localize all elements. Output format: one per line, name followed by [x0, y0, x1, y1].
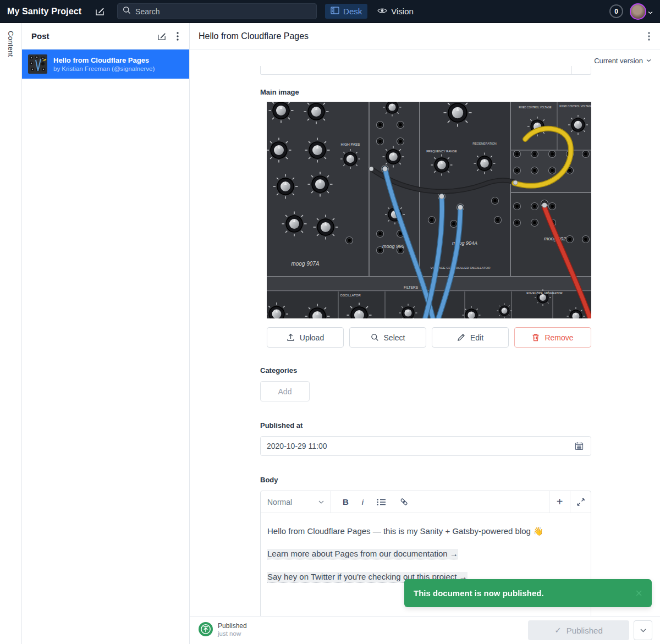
bold-icon[interactable]: B — [343, 497, 349, 507]
document-form: Current version Main image — [190, 49, 660, 616]
list-item-post[interactable]: Hello from Cloudflare Pages by Kristian … — [22, 49, 189, 79]
link-icon[interactable] — [399, 497, 409, 507]
svg-text:moog 995: moog 995 — [382, 244, 405, 249]
eye-icon — [377, 7, 387, 16]
toast-notification: This document is now published. × — [404, 579, 652, 607]
search-input[interactable] — [135, 7, 311, 16]
published-at-field — [260, 436, 591, 456]
field-label-categories: Categories — [260, 366, 591, 375]
main-area: Content Post — [0, 23, 660, 644]
bullet-list-icon[interactable] — [377, 498, 386, 506]
upload-button[interactable]: Upload — [267, 327, 344, 348]
svg-text:OSCILLATOR: OSCILLATOR — [340, 294, 361, 297]
project-title: My Sanity Project — [7, 7, 81, 16]
search-bar[interactable] — [117, 3, 317, 19]
status-title: Published — [218, 623, 247, 630]
tasks-count-badge[interactable]: 0 — [609, 4, 623, 18]
select-button[interactable]: Select — [349, 327, 426, 348]
editor-toolbar: Normal B i — [261, 491, 591, 513]
sidebar-label: Content — [7, 31, 15, 644]
body-paragraph[interactable]: Hello from Cloudflare Pages — this is my… — [267, 526, 584, 537]
svg-text:ENVELOPE GENERATOR: ENVELOPE GENERATOR — [526, 291, 563, 295]
calendar-icon[interactable] — [574, 441, 585, 452]
italic-icon[interactable]: i — [362, 497, 364, 507]
svg-text:HIGH PASS: HIGH PASS — [341, 142, 361, 146]
post-panel-header: Post — [22, 23, 189, 49]
remove-button[interactable]: Remove — [514, 327, 591, 348]
publish-status: Published just now — [199, 622, 247, 639]
new-document-icon[interactable] — [156, 30, 168, 42]
user-menu[interactable] — [630, 3, 653, 20]
kebab-menu-icon[interactable] — [175, 31, 180, 42]
search-icon — [123, 6, 131, 16]
main-image[interactable]: HIGH PASS FREQUENCY RANGE REGENERATION F… — [267, 102, 591, 318]
document-title: Hello from Cloudflare Pages — [199, 31, 309, 41]
top-navbar: My Sanity Project Desk — [0, 0, 660, 23]
post-list-panel: Post — [22, 23, 190, 644]
image-actions: Upload Select Edit — [267, 327, 591, 348]
tab-vision[interactable]: Vision — [372, 4, 419, 19]
check-icon: ✓ — [554, 625, 562, 635]
chevron-down-icon — [648, 7, 653, 16]
svg-text:VOLTAGE CONTROLLED OSCILLATOR: VOLTAGE CONTROLLED OSCILLATOR — [430, 266, 491, 269]
tab-desk[interactable]: Desk — [325, 4, 367, 19]
expand-editor-button[interactable] — [570, 491, 591, 513]
svg-text:FILTERS: FILTERS — [404, 285, 419, 289]
published-at-input[interactable] — [267, 442, 574, 450]
close-icon[interactable]: × — [635, 587, 642, 599]
publish-menu-button[interactable] — [634, 620, 652, 640]
edit-button[interactable]: Edit — [432, 327, 509, 348]
body-link-documentation[interactable]: Learn more about Pages from our document… — [267, 549, 458, 559]
avatar — [630, 3, 646, 20]
toast-message: This document is now published. — [414, 588, 635, 598]
published-icon — [199, 622, 213, 639]
post-item-title: Hello from Cloudflare Pages — [53, 56, 155, 64]
post-thumbnail — [28, 54, 47, 74]
compose-icon[interactable] — [94, 5, 106, 18]
svg-text:FIXED CONTROL VOLTAGE: FIXED CONTROL VOLTAGE — [519, 106, 551, 109]
version-selector[interactable]: Current version — [190, 49, 660, 64]
svg-text:moog 907A: moog 907A — [291, 261, 319, 267]
block-style-select[interactable]: Normal — [261, 491, 331, 513]
svg-text:FIXED CONTROL VOLTAGE: FIXED CONTROL VOLTAGE — [559, 105, 591, 108]
svg-text:FREQUENCY RANGE: FREQUENCY RANGE — [426, 150, 457, 153]
field-label-published-at: Published at — [260, 421, 591, 430]
body-content[interactable]: Hello from Cloudflare Pages — this is my… — [261, 513, 591, 582]
field-label-body: Body — [260, 476, 591, 484]
document-footer: Published just now ✓ Published — [190, 616, 660, 644]
sanity-studio: My Sanity Project Desk — [0, 0, 660, 644]
panel-title: Post — [31, 31, 50, 41]
status-time: just now — [218, 630, 247, 637]
document-kebab-icon[interactable] — [647, 31, 651, 42]
add-category-button[interactable]: Add — [260, 381, 310, 401]
insert-block-button[interactable]: + — [549, 491, 570, 513]
field-label-main-image: Main image — [260, 88, 591, 96]
document-header: Hello from Cloudflare Pages — [190, 23, 660, 49]
sidebar-content-strip[interactable]: Content — [0, 23, 22, 644]
svg-text:REGENERATION: REGENERATION — [472, 142, 497, 145]
desk-icon — [331, 7, 339, 16]
title-field-cropped[interactable] — [260, 66, 591, 75]
post-item-subtitle: by Kristian Freeman (@signalnerve) — [53, 65, 155, 72]
publish-button[interactable]: ✓ Published — [528, 620, 629, 640]
document-panel: Hello from Cloudflare Pages Current vers… — [190, 23, 660, 644]
